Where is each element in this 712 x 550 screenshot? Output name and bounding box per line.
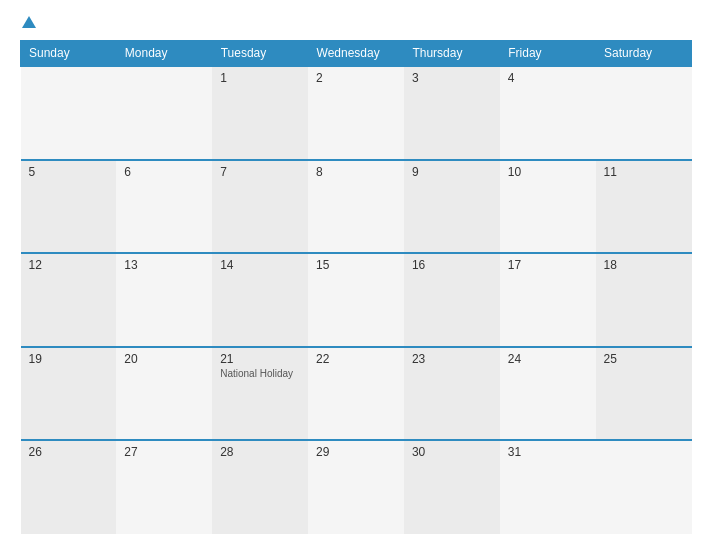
day-number: 11 xyxy=(604,165,684,179)
calendar-cell: 7 xyxy=(212,160,308,254)
day-number: 6 xyxy=(124,165,204,179)
week-row-3: 12131415161718 xyxy=(21,253,692,347)
day-number: 9 xyxy=(412,165,492,179)
calendar-header: SundayMondayTuesdayWednesdayThursdayFrid… xyxy=(21,41,692,67)
day-number: 2 xyxy=(316,71,396,85)
day-number: 21 xyxy=(220,352,300,366)
day-number: 10 xyxy=(508,165,588,179)
day-number: 3 xyxy=(412,71,492,85)
day-number: 18 xyxy=(604,258,684,272)
weekday-header-monday: Monday xyxy=(116,41,212,67)
weekday-header-thursday: Thursday xyxy=(404,41,500,67)
calendar-body: 123456789101112131415161718192021Nationa… xyxy=(21,66,692,534)
calendar-cell: 23 xyxy=(404,347,500,441)
day-number: 27 xyxy=(124,445,204,459)
calendar-cell: 9 xyxy=(404,160,500,254)
weekday-header-row: SundayMondayTuesdayWednesdayThursdayFrid… xyxy=(21,41,692,67)
weekday-header-saturday: Saturday xyxy=(596,41,692,67)
day-number: 22 xyxy=(316,352,396,366)
day-number: 7 xyxy=(220,165,300,179)
logo xyxy=(20,16,36,30)
calendar-cell: 31 xyxy=(500,440,596,534)
calendar-cell: 14 xyxy=(212,253,308,347)
day-number: 12 xyxy=(29,258,109,272)
day-number: 20 xyxy=(124,352,204,366)
calendar-cell: 3 xyxy=(404,66,500,160)
day-number: 25 xyxy=(604,352,684,366)
calendar-cell: 30 xyxy=(404,440,500,534)
day-number: 31 xyxy=(508,445,588,459)
calendar-cell: 16 xyxy=(404,253,500,347)
day-number: 17 xyxy=(508,258,588,272)
calendar-cell xyxy=(116,66,212,160)
calendar-cell: 21National Holiday xyxy=(212,347,308,441)
calendar-cell xyxy=(596,66,692,160)
calendar-cell: 12 xyxy=(21,253,117,347)
calendar-cell: 8 xyxy=(308,160,404,254)
calendar-cell xyxy=(596,440,692,534)
weekday-header-tuesday: Tuesday xyxy=(212,41,308,67)
day-number: 16 xyxy=(412,258,492,272)
day-number: 26 xyxy=(29,445,109,459)
day-number: 5 xyxy=(29,165,109,179)
day-number: 14 xyxy=(220,258,300,272)
calendar-cell: 11 xyxy=(596,160,692,254)
day-number: 1 xyxy=(220,71,300,85)
calendar-cell: 17 xyxy=(500,253,596,347)
calendar-cell: 26 xyxy=(21,440,117,534)
weekday-header-sunday: Sunday xyxy=(21,41,117,67)
calendar-cell: 18 xyxy=(596,253,692,347)
week-row-2: 567891011 xyxy=(21,160,692,254)
calendar-cell: 10 xyxy=(500,160,596,254)
day-number: 28 xyxy=(220,445,300,459)
week-row-5: 262728293031 xyxy=(21,440,692,534)
calendar-cell: 29 xyxy=(308,440,404,534)
weekday-header-friday: Friday xyxy=(500,41,596,67)
calendar-table: SundayMondayTuesdayWednesdayThursdayFrid… xyxy=(20,40,692,534)
day-number: 30 xyxy=(412,445,492,459)
calendar-cell: 6 xyxy=(116,160,212,254)
calendar-cell: 25 xyxy=(596,347,692,441)
day-number: 4 xyxy=(508,71,588,85)
day-number: 29 xyxy=(316,445,396,459)
calendar-cell: 19 xyxy=(21,347,117,441)
calendar-cell: 28 xyxy=(212,440,308,534)
calendar-cell: 1 xyxy=(212,66,308,160)
calendar-cell: 27 xyxy=(116,440,212,534)
calendar-cell: 2 xyxy=(308,66,404,160)
logo-triangle-icon xyxy=(22,16,36,28)
calendar-cell: 24 xyxy=(500,347,596,441)
weekday-header-wednesday: Wednesday xyxy=(308,41,404,67)
calendar-cell: 20 xyxy=(116,347,212,441)
calendar-cell: 15 xyxy=(308,253,404,347)
calendar-cell: 22 xyxy=(308,347,404,441)
calendar-cell: 13 xyxy=(116,253,212,347)
day-number: 15 xyxy=(316,258,396,272)
day-number: 24 xyxy=(508,352,588,366)
day-number: 13 xyxy=(124,258,204,272)
day-number: 23 xyxy=(412,352,492,366)
day-number: 19 xyxy=(29,352,109,366)
header xyxy=(20,16,692,30)
day-number: 8 xyxy=(316,165,396,179)
calendar-cell: 4 xyxy=(500,66,596,160)
week-row-1: 1234 xyxy=(21,66,692,160)
calendar-cell xyxy=(21,66,117,160)
calendar-cell: 5 xyxy=(21,160,117,254)
event-label: National Holiday xyxy=(220,368,300,379)
week-row-4: 192021National Holiday22232425 xyxy=(21,347,692,441)
